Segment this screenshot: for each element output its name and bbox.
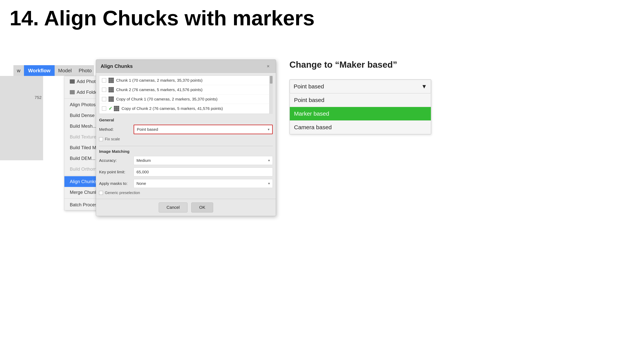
method-label: Method: <box>99 127 134 132</box>
select-arrow-icon: ▾ <box>268 127 270 132</box>
dropdown-option-marker-based[interactable]: Marker based <box>290 107 431 121</box>
menu-bar-w: w <box>14 65 24 76</box>
chunk-checkbox-1[interactable] <box>102 78 106 83</box>
chunk-icon-3 <box>108 97 114 102</box>
chunk-row-4[interactable]: ✓ Copy of Chunk 2 (76 cameras, 5 markers… <box>99 104 272 113</box>
chunk-label-2: Chunk 2 (76 cameras, 5 markers, 41,576 p… <box>116 87 202 92</box>
chunk-icon-1 <box>108 78 114 83</box>
folder-icon <box>70 90 75 94</box>
chunk-checkbox-3[interactable] <box>102 97 106 101</box>
side-panel: '0 p '6 p 752 <box>14 76 43 160</box>
dropdown-options: Point based Marker based Camera based <box>290 93 431 134</box>
key-point-limit-row: Key point limit: 65,000 <box>99 168 273 176</box>
accuracy-value: Medium <box>136 158 151 163</box>
key-point-limit-field[interactable]: 65,000 <box>134 168 273 176</box>
cancel-button[interactable]: Cancel <box>159 202 188 212</box>
method-dropdown-widget: Point based ▼ Point based Marker based C… <box>290 79 431 134</box>
apply-masks-arrow-icon: ▾ <box>268 181 270 186</box>
image-matching-label: Image Matching <box>99 149 273 154</box>
method-value: Point based <box>137 127 158 132</box>
accuracy-select[interactable]: Medium ▾ <box>134 156 273 165</box>
generic-preselection-label: Generic preselection <box>105 191 140 195</box>
dropdown-option-camera-based[interactable]: Camera based <box>290 121 431 134</box>
accuracy-label: Accuracy: <box>99 158 134 163</box>
page-title: 14. Align Chucks with markers <box>10 6 314 30</box>
close-button[interactable]: × <box>265 63 271 69</box>
key-point-limit-value: 65,000 <box>136 170 149 174</box>
dialog-title: Align Chunks <box>100 63 133 69</box>
chunk-icon-2 <box>108 87 114 92</box>
left-panel: w Workflow Model Photo '0 p '6 p 752 Add… <box>14 65 94 76</box>
align-chunks-dialog: Align Chunks × Chunk 1 (70 cameras, 2 ma… <box>96 60 276 216</box>
chunk-label-1: Chunk 1 (70 cameras, 2 markers, 35,370 p… <box>116 78 202 83</box>
chunk-checkbox-2[interactable] <box>102 88 106 92</box>
menu-bar-workflow[interactable]: Workflow <box>24 65 55 76</box>
dropdown-option-point-based[interactable]: Point based <box>290 93 431 107</box>
checkmark-4: ✓ <box>108 106 112 111</box>
right-panel: Change to “Maker based” Point based ▼ Po… <box>290 60 454 134</box>
chunk-label-4: Copy of Chunk 2 (76 cameras, 5 markers, … <box>122 106 223 111</box>
fix-scale-checkbox[interactable] <box>99 137 103 141</box>
menu-bar-model[interactable]: Model <box>55 65 75 76</box>
menu-bar-photo[interactable]: Photo <box>75 65 94 76</box>
dropdown-arrow-icon: ▼ <box>421 83 427 90</box>
menu-bar: w Workflow Model Photo <box>14 65 94 76</box>
generic-preselection-checkbox[interactable] <box>99 191 103 195</box>
ok-button[interactable]: OK <box>191 202 213 212</box>
key-point-limit-label: Key point limit: <box>99 170 134 174</box>
method-row: Method: Point based ▾ <box>99 125 273 134</box>
chunk-row-3[interactable]: Copy of Chunk 1 (70 cameras, 2 markers, … <box>99 95 272 104</box>
method-select[interactable]: Point based ▾ <box>134 125 273 134</box>
apply-masks-select[interactable]: None ▾ <box>134 179 273 188</box>
chunk-list-container: Chunk 1 (70 cameras, 2 markers, 35,370 p… <box>99 76 273 114</box>
dialog-footer: Cancel OK <box>96 199 276 216</box>
section-divider <box>99 146 273 146</box>
chunk-list: Chunk 1 (70 cameras, 2 markers, 35,370 p… <box>99 76 273 114</box>
photo-icon <box>70 79 75 84</box>
side-number-752: 752 <box>34 95 42 100</box>
accuracy-arrow-icon: ▾ <box>268 158 270 163</box>
dropdown-header[interactable]: Point based ▼ <box>290 80 431 93</box>
apply-masks-value: None <box>136 181 146 186</box>
general-label: General <box>99 118 273 122</box>
chunk-list-scrollbar[interactable] <box>269 76 273 114</box>
fix-scale-label: Fix scale <box>105 137 120 141</box>
fix-scale-row: Fix scale <box>99 137 273 141</box>
chunk-icon-4 <box>114 106 119 111</box>
chunk-row-1[interactable]: Chunk 1 (70 cameras, 2 markers, 35,370 p… <box>99 76 272 85</box>
dialog-titlebar: Align Chunks × <box>96 60 276 73</box>
chunk-checkbox-4[interactable] <box>102 106 106 111</box>
change-label: Change to “Maker based” <box>290 60 454 70</box>
apply-masks-row: Apply masks to: None ▾ <box>99 179 273 188</box>
apply-masks-label: Apply masks to: <box>99 181 134 186</box>
accuracy-row: Accuracy: Medium ▾ <box>99 156 273 165</box>
image-matching-section: Image Matching Accuracy: Medium ▾ Key po… <box>96 147 276 199</box>
general-section: General Method: Point based ▾ Fix scale <box>96 117 276 145</box>
chunk-label-3: Copy of Chunk 1 (70 cameras, 2 markers, … <box>116 97 218 101</box>
chunk-row-2[interactable]: Chunk 2 (76 cameras, 5 markers, 41,576 p… <box>99 85 272 95</box>
dropdown-header-value: Point based <box>294 83 324 90</box>
generic-preselection-row: Generic preselection <box>99 191 273 195</box>
scrollbar-thumb <box>270 76 272 84</box>
chunk-row-5[interactable]: ✓ Copy of Copy of Chunk 1 (70 cameras, 7… <box>99 113 272 114</box>
